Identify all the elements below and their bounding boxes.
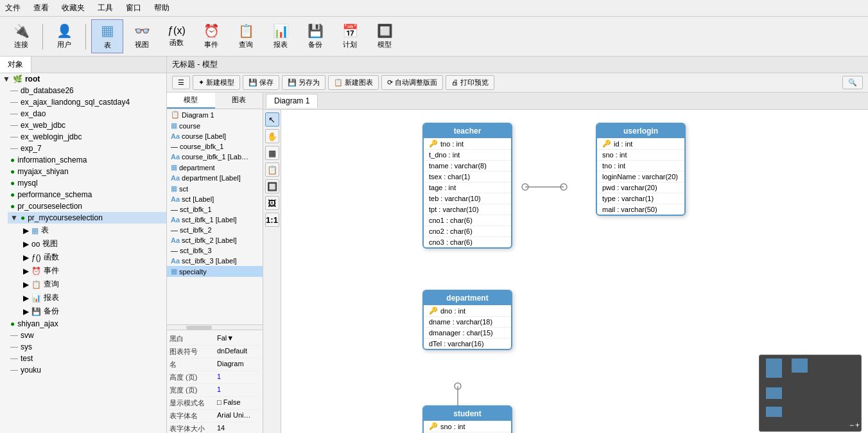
model-item-dept[interactable]: ▦ department — [167, 162, 263, 173]
db-label: pr_mycourseselection — [28, 213, 103, 222]
minimap-zoom-in[interactable]: + — [855, 421, 860, 430]
rel-tool[interactable]: 1:1 — [265, 213, 279, 227]
sidebar-item-pr_course[interactable]: ● pr_courseselection — [8, 200, 166, 212]
view-label: 视图 — [42, 238, 58, 249]
toolbar-view[interactable]: 👓 视图 — [126, 20, 158, 53]
toolbar-connect[interactable]: 🔌 连接 — [5, 20, 37, 53]
sidebar-item-svw[interactable]: — svw — [8, 330, 166, 341]
query-label: 查询 — [44, 279, 59, 290]
model-item-sct-ibfk2[interactable]: — sct_ibfk_2 — [167, 225, 263, 235]
sidebar-item-pr_mycourse[interactable]: ▼ ● pr_mycourseselection — [8, 212, 166, 224]
prop-val-bw[interactable]: Fal▼ — [217, 334, 260, 344]
toolbar-event[interactable]: ⏰ 事件 — [195, 20, 227, 53]
model-item-diagram1[interactable]: 📋 Diagram 1 — [167, 109, 263, 120]
toolbar-function[interactable]: ƒ(x) 函数 — [161, 22, 193, 51]
sidebar-item-myajax[interactable]: ● myajax_shiyan — [8, 166, 166, 177]
toolbar-table[interactable]: ▦ 表 — [91, 19, 123, 53]
er-table-userlogin[interactable]: userlogin 🔑 id : int sno : int tno : int — [596, 123, 686, 216]
model-item-dept-label[interactable]: Aa department [Label] — [167, 173, 263, 183]
model-tab-model[interactable]: 模型 — [167, 93, 215, 109]
sidebar-item-ex_dao[interactable]: — ex_dao — [8, 108, 166, 119]
minimap[interactable]: − + — [759, 355, 862, 432]
sidebar-item-functions[interactable]: ▶ ƒ() 函数 — [21, 251, 166, 264]
add-image-tool[interactable]: 🖼 — [265, 196, 279, 210]
sidebar-item-views[interactable]: ▶ oo 视图 — [21, 237, 166, 251]
model-item-sct[interactable]: ▦ sct — [167, 183, 263, 194]
sidebar-item-queries[interactable]: ▶ 📋 查询 — [21, 278, 166, 291]
model-item-label: course_ibfk_1 — [180, 143, 224, 150]
sidebar-item-youku[interactable]: — youku — [8, 364, 166, 376]
menu-view[interactable]: 查看 — [31, 1, 51, 15]
sidebar-item-ex_ajax[interactable]: — ex_ajax_liandong_sql_castday4 — [8, 96, 166, 108]
h-scrollbar[interactable] — [167, 324, 263, 330]
sidebar-item-sys[interactable]: — sys — [8, 341, 166, 353]
sidebar-item-reports[interactable]: ▶ 📊 报表 — [21, 291, 166, 305]
model-item-course[interactable]: ▦ course — [167, 120, 263, 131]
menu-tools[interactable]: 工具 — [95, 1, 116, 15]
svg-point-6 — [455, 383, 461, 389]
sidebar-tab-objects[interactable]: 对象 — [0, 57, 31, 73]
add-view-tool[interactable]: 📋 — [265, 163, 279, 177]
er-table-student[interactable]: student 🔑 sno : int sname : varchar(20) — [422, 405, 512, 433]
menu-window[interactable]: 窗口 — [123, 1, 144, 15]
sidebar-item-backups[interactable]: ▶ 💾 备份 — [21, 305, 166, 318]
save-as-btn[interactable]: 💾 另存为 — [282, 75, 326, 90]
sidebar-item-mysql[interactable]: ● mysql — [8, 177, 166, 189]
model-item-sct-ibfk3[interactable]: — sct_ibfk_3 — [167, 245, 263, 256]
toolbar-report[interactable]: 📊 报表 — [265, 20, 297, 53]
model-item-course-ibfk1-label[interactable]: Aa course_ibfk_1 [Lab… — [167, 152, 263, 162]
sidebar-item-test[interactable]: — test — [8, 353, 166, 364]
sidebar-item-exp_7[interactable]: — exp_7 — [8, 143, 166, 154]
model-item-sct-label[interactable]: Aa sct [Label] — [167, 194, 263, 204]
model-item-course-label[interactable]: Aa course [Label] — [167, 131, 263, 141]
er-table-department[interactable]: department 🔑 dno : int dname : varchar(1… — [422, 290, 512, 350]
diagram-tabbar: Diagram 1 — [263, 93, 868, 110]
sidebar-item-information_schema[interactable]: ● information_schema — [8, 154, 166, 166]
report-icon-s: 📊 — [31, 294, 41, 303]
model-item-course-ibfk1[interactable]: — course_ibfk_1 — [167, 141, 263, 152]
teacher-row-tage: tage : int — [424, 182, 511, 193]
sidebar-item-ex_web_jdbc[interactable]: — ex_web_jdbc — [8, 119, 166, 131]
auto-layout-btn[interactable]: ⟳ 自动调整版面 — [381, 75, 443, 90]
field-name: tage : int — [429, 184, 456, 191]
minimap-zoom-out[interactable]: − — [849, 421, 854, 430]
model-item-sct-ibfk2-label[interactable]: Aa sct_ibfk_2 [Label] — [167, 235, 263, 245]
sidebar-item-db_database26[interactable]: — db_database26 — [8, 85, 166, 96]
sidebar-root[interactable]: ▼ 🌿 root — [0, 73, 166, 85]
new-diagram-btn[interactable]: 📋 新建图表 — [328, 75, 379, 90]
model-item-specialty[interactable]: ▦ specialty — [167, 266, 263, 277]
backup-label: 备份 — [44, 306, 59, 317]
er-table-teacher[interactable]: teacher 🔑 tno : int t_dno : int tname : … — [422, 123, 512, 249]
model-tab-diagram[interactable]: 图表 — [215, 93, 263, 109]
sidebar-item-ex_weblogin[interactable]: — ex_weblogin_jdbc — [8, 131, 166, 143]
save-btn[interactable]: 💾 保存 — [243, 75, 279, 90]
model-item-sct-ibfk3-label[interactable]: Aa sct_ibfk_3 [Label] — [167, 256, 263, 266]
db-label: test — [21, 354, 33, 363]
menu-btn[interactable]: ☰ — [172, 76, 190, 89]
search-btn[interactable]: 🔍 — [842, 76, 863, 89]
toolbar-schedule[interactable]: 📅 计划 — [334, 20, 366, 53]
new-model-btn[interactable]: ✦ 新建模型 — [193, 75, 240, 90]
db-icon: — — [10, 109, 18, 118]
model-item-sct-ibfk1[interactable]: — sct_ibfk_1 — [167, 204, 263, 215]
diagram-tab-1[interactable]: Diagram 1 — [266, 94, 318, 108]
sidebar-item-tables[interactable]: ▶ ▦ 表 — [21, 224, 166, 237]
toolbar-user[interactable]: 👤 用户 — [48, 20, 80, 53]
menu-help[interactable]: 帮助 — [152, 1, 172, 15]
print-preview-btn[interactable]: 🖨 打印预览 — [446, 75, 494, 90]
toolbar-model[interactable]: 🔲 模型 — [369, 20, 401, 53]
menu-favorites[interactable]: 收藏夹 — [59, 1, 87, 15]
field-name: dmanager : char(15) — [429, 329, 493, 337]
menu-file[interactable]: 文件 — [3, 1, 23, 15]
model-item-sct-ibfk1-label[interactable]: Aa sct_ibfk_1 [Label] — [167, 215, 263, 225]
add-table-tool[interactable]: ▦ — [265, 146, 279, 160]
sidebar-item-shiyan[interactable]: ● shiyan_ajax — [8, 318, 166, 330]
sidebar-item-performance[interactable]: ● performance_schema — [8, 189, 166, 200]
hand-tool[interactable]: ✋ — [265, 129, 279, 143]
sidebar-item-events[interactable]: ▶ ⏰ 事件 — [21, 264, 166, 278]
toolbar-query[interactable]: 📋 查询 — [230, 20, 262, 53]
diagram-canvas[interactable]: teacher 🔑 tno : int t_dno : int tname : … — [281, 110, 868, 433]
toolbar-backup[interactable]: 💾 备份 — [299, 20, 331, 53]
select-tool[interactable]: ↖ — [265, 112, 279, 127]
add-layer-tool[interactable]: 🔲 — [265, 179, 279, 193]
